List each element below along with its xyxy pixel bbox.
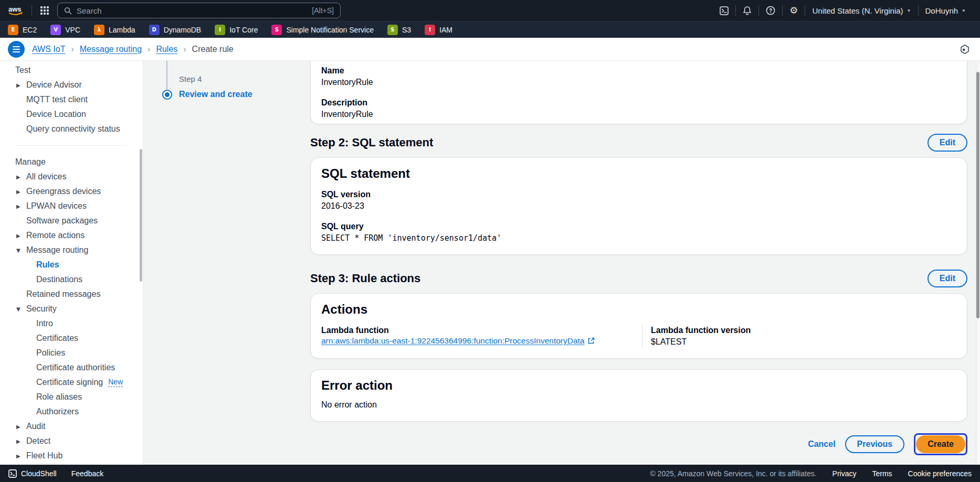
services-grid-icon[interactable] — [38, 4, 51, 17]
search-input[interactable] — [77, 6, 307, 15]
window-scrollbar[interactable] — [976, 61, 980, 465]
external-link-icon — [587, 337, 595, 345]
favorite-label: S3 — [402, 26, 411, 34]
favorite-label: IoT Core — [229, 26, 258, 34]
breadcrumb-rules[interactable]: Rules — [156, 45, 177, 54]
chevron-right-icon: ▶ — [16, 203, 26, 209]
sidebar-item-remote-actions[interactable]: ▶Remote actions — [0, 228, 143, 243]
create-button[interactable]: Create — [916, 435, 965, 453]
help-icon[interactable]: ? — [759, 0, 782, 21]
description-label: Description — [321, 97, 956, 109]
terminal-icon — [8, 469, 17, 478]
chevron-right-icon: ▶ — [16, 424, 26, 430]
sidebar-item-certificate-authorities[interactable]: Certificate authorities — [0, 360, 143, 375]
sidebar-item-label: Retained messages — [26, 290, 100, 299]
sidebar-item-query-connectivity-status[interactable]: Query connectivity status — [0, 122, 143, 136]
favorite-label: EC2 — [23, 26, 37, 34]
lambda-function-column: Lambda function arn:aws:lambda:us-east-1… — [321, 325, 642, 348]
favorite-label: DynamoDB — [164, 26, 202, 34]
sidebar-item-role-aliases[interactable]: Role aliases — [0, 390, 143, 404]
previous-button[interactable]: Previous — [845, 435, 905, 453]
favorite-vpc[interactable]: VVPC — [50, 25, 80, 35]
favorite-iot-core[interactable]: IIoT Core — [215, 25, 258, 35]
breadcrumb-aws-iot[interactable]: AWS IoT — [32, 45, 65, 54]
sidebar-item-security[interactable]: ▼Security — [0, 302, 143, 316]
sidebar-item-detect[interactable]: ▶Detect — [0, 434, 143, 448]
sidebar-scrollbar[interactable] — [140, 149, 142, 282]
sidebar-item-audit[interactable]: ▶Audit — [0, 419, 143, 434]
footer-legal: © 2025, Amazon Web Services, Inc. or its… — [650, 469, 972, 478]
sidebar-item-policies[interactable]: Policies — [0, 346, 143, 360]
sidebar-item-device-location[interactable]: Device Location — [0, 107, 143, 122]
favorites-bar: EEC2VVPCλLambdaDDynamoDBIIoT CoreSSimple… — [0, 21, 980, 38]
window-scrollbar-thumb[interactable] — [976, 72, 979, 318]
sidebar-item-device-advisor[interactable]: ▶Device Advisor — [0, 78, 143, 92]
notifications-bell-icon[interactable] — [736, 0, 758, 21]
sidebar-item-rules[interactable]: Rules — [0, 258, 143, 272]
breadcrumb-separator-icon: › — [183, 45, 186, 54]
sidebar-item-message-routing[interactable]: ▼Message routing — [0, 243, 143, 258]
sidebar-item-label: Role aliases — [36, 392, 82, 402]
iot-core-icon: I — [215, 25, 225, 35]
name-label: Name — [321, 65, 956, 77]
sidebar-item-certificate-signing[interactable]: Certificate signingNew — [0, 375, 143, 390]
review-panel: Name InventoryRule Description Inventory… — [310, 61, 967, 455]
favorite-iam[interactable]: IIAM — [425, 25, 452, 35]
global-search[interactable]: [Alt+S] — [57, 3, 341, 18]
sidebar-item-software-packages[interactable]: Software packages — [0, 213, 143, 228]
ec2-icon: E — [8, 25, 18, 35]
edit-actions-button[interactable]: Edit — [928, 270, 967, 287]
favorite-ec2[interactable]: EEC2 — [8, 25, 37, 35]
sidebar-item-certificates[interactable]: Certificates — [0, 331, 143, 346]
sidebar-item-label: Destinations — [36, 275, 82, 284]
sidebar-item-authorizers[interactable]: Authorizers — [0, 404, 143, 419]
side-menu-toggle-icon[interactable] — [8, 41, 25, 58]
sidebar-item-label: Device Advisor — [26, 80, 82, 90]
feedback-button[interactable]: Feedback — [71, 469, 103, 478]
sidebar-item-label: Software packages — [26, 216, 98, 226]
favorite-s3[interactable]: SS3 — [387, 25, 411, 35]
topbar-utilities: ? ⚙ United States (N. Virginia) ▼ DoHuyn… — [713, 0, 973, 21]
cloudshell-icon[interactable] — [713, 0, 735, 21]
privacy-link[interactable]: Privacy — [833, 469, 857, 478]
wizard-step-connector — [166, 61, 167, 89]
cookie-preferences-link[interactable]: Cookie preferences — [908, 469, 972, 478]
new-badge[interactable]: New — [108, 378, 123, 387]
breadcrumb-create-rule: Create rule — [192, 45, 234, 54]
wizard-navigation: Step 4 Review and create — [162, 61, 293, 129]
lambda-arn-link[interactable]: arn:aws:lambda:us-east-1:922456364996:fu… — [321, 336, 595, 346]
sidebar-item-lpwan-devices[interactable]: ▶LPWAN devices — [0, 199, 143, 213]
sidebar-item-all-devices[interactable]: ▶All devices — [0, 169, 143, 184]
favorite-lambda[interactable]: λLambda — [94, 25, 135, 35]
cloudshell-footer-button[interactable]: CloudShell — [8, 469, 57, 478]
iot-settings-hexagon-icon[interactable] — [957, 42, 972, 57]
sidebar-item-retained-messages[interactable]: Retained messages — [0, 287, 143, 302]
sidebar-item-fleet-hub[interactable]: ▶Fleet Hub — [0, 448, 143, 463]
step1-review-card: Name InventoryRule Description Inventory… — [310, 61, 967, 124]
region-selector[interactable]: United States (N. Virginia) ▼ — [805, 0, 918, 21]
chevron-down-icon: ▼ — [907, 8, 911, 13]
favorite-simple-notification-service[interactable]: SSimple Notification Service — [271, 25, 374, 35]
error-action-title: Error action — [321, 378, 956, 393]
chevron-down-icon: ▼ — [16, 248, 26, 253]
aws-logo[interactable]: aws — [7, 5, 25, 16]
sidebar-item-label: Security — [26, 304, 57, 314]
chevron-right-icon: ▶ — [16, 453, 26, 459]
sidebar-item-destinations[interactable]: Destinations — [0, 272, 143, 287]
vpc-icon: V — [50, 25, 61, 35]
sidebar-item-greengrass-devices[interactable]: ▶Greengrass devices — [0, 184, 143, 199]
wizard-step4-radio-icon[interactable] — [162, 90, 172, 100]
sidebar-item-mqtt-test-client[interactable]: MQTT test client — [0, 92, 143, 107]
cancel-button[interactable]: Cancel — [808, 440, 835, 449]
sidebar-item-label: All devices — [26, 172, 66, 181]
settings-gear-icon[interactable]: ⚙ — [783, 0, 805, 21]
lambda-icon: λ — [94, 25, 104, 35]
breadcrumb-bar: AWS IoT›Message routing›Rules›Create rul… — [0, 38, 980, 61]
sidebar-item-intro[interactable]: Intro — [0, 316, 143, 331]
breadcrumb-message-routing[interactable]: Message routing — [80, 45, 142, 54]
wizard-step4-link[interactable]: Review and create — [179, 90, 252, 99]
account-menu[interactable]: DoHuynh ▼ — [919, 0, 973, 21]
favorite-dynamodb[interactable]: DDynamoDB — [149, 25, 202, 35]
edit-sql-button[interactable]: Edit — [928, 134, 967, 152]
terms-link[interactable]: Terms — [872, 469, 892, 478]
